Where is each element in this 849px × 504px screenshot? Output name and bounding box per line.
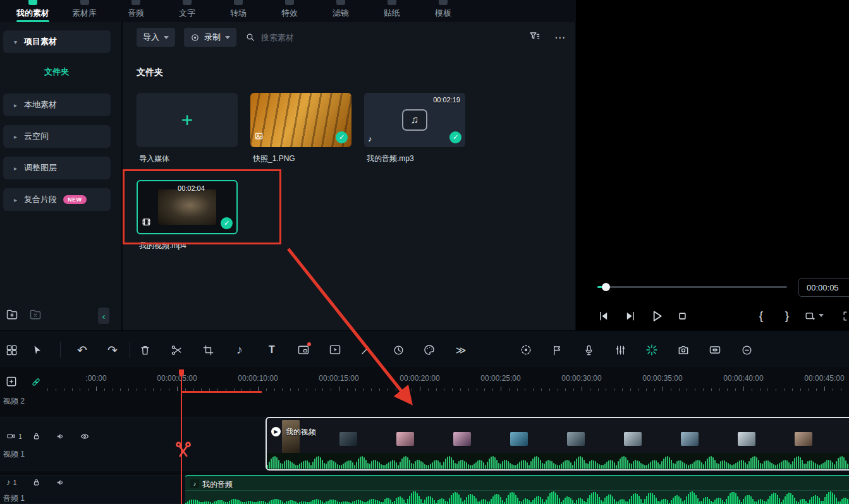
seek-knob[interactable]: [602, 283, 610, 291]
collapse-sidebar-button[interactable]: ‹: [98, 308, 109, 324]
tab-text[interactable]: 文字: [179, 0, 195, 22]
audio-clip[interactable]: ♪ 我的音频: [185, 475, 849, 504]
sidebar-item-project-media[interactable]: ▾ 项目素材: [3, 30, 111, 53]
track-label-video2: 视频 2: [3, 396, 25, 407]
check-badge: ✓: [221, 217, 233, 229]
video-clip-waveform: [267, 453, 849, 469]
tab-stock-media[interactable]: 素材库: [72, 0, 97, 22]
lock-track-button[interactable]: [32, 477, 41, 489]
tab-audio-icon: [131, 0, 140, 5]
tab-templates[interactable]: 模板: [435, 0, 451, 22]
media-panel: 导入 录制 ⋯ 文件夹 + 导入媒体: [123, 22, 575, 330]
undo-button[interactable]: ↶: [73, 341, 91, 359]
tab-stickers-icon: [388, 0, 396, 5]
snapshot-button[interactable]: [675, 341, 692, 359]
import-button[interactable]: 导入: [137, 28, 175, 47]
search-input[interactable]: [261, 33, 356, 42]
more-options-button[interactable]: ⋯: [554, 31, 565, 44]
manage-tracks-button[interactable]: [5, 375, 18, 390]
mark-in-button[interactable]: {: [753, 308, 769, 324]
media-item-import[interactable]: + 导入媒体: [137, 93, 238, 164]
timeline-toolbar: ↶ ↷ ♪ T ≫: [0, 330, 849, 368]
mark-out-button[interactable]: }: [779, 308, 795, 324]
caret-right-icon: ▸: [14, 133, 24, 140]
tab-my-media[interactable]: 我的素材: [16, 0, 49, 22]
fit-timeline-button[interactable]: [706, 341, 724, 359]
tab-audio[interactable]: 音频: [128, 0, 144, 22]
seek-bar[interactable]: [597, 286, 787, 288]
timeline-ruler[interactable]: :00:0000:00:05:0000:00:10:0000:00:15:000…: [0, 368, 849, 392]
record-button[interactable]: 录制: [184, 28, 236, 47]
crop-button[interactable]: [199, 341, 217, 359]
sidebar-item-folder-selected[interactable]: 文件夹: [0, 66, 121, 78]
search-box[interactable]: [245, 32, 356, 42]
zoom-out-button[interactable]: [738, 341, 755, 359]
eye-icon: [80, 431, 90, 441]
color-palette-button[interactable]: [420, 341, 438, 359]
duration-badge: 00:02:04: [178, 184, 205, 192]
tab-transition[interactable]: 转场: [230, 0, 247, 22]
filter-button[interactable]: [528, 30, 541, 45]
chain-link-icon: [30, 376, 42, 388]
more-tools-button[interactable]: ≫: [452, 341, 470, 359]
ellipsis-icon: ⋯: [554, 32, 565, 44]
lock-track-button[interactable]: [32, 431, 41, 443]
music-note-icon: ♪: [190, 479, 199, 488]
music-note-icon: ♫: [402, 109, 427, 131]
motion-tracking-button[interactable]: [326, 341, 344, 359]
media-item-audio-mp3[interactable]: 00:02:19 ♫ ♪ ✓ 我的音频.mp3: [364, 93, 465, 164]
burst-icon: [645, 344, 658, 356]
video-clip-name: 我的视频: [286, 427, 316, 438]
mute-track-button[interactable]: [56, 477, 66, 490]
mute-track-button[interactable]: [56, 431, 66, 444]
sidebar-item-compound-clip[interactable]: ▸ 复合片段 NEW: [3, 188, 111, 211]
sidebar-item-local-media[interactable]: ▸ 本地素材: [3, 93, 111, 116]
top-nav: 我的素材 素材库 音频 文字 转场 特效 滤镜 贴纸 模板: [0, 0, 576, 22]
select-tool-button[interactable]: [28, 341, 46, 359]
fullscreen-button[interactable]: [840, 308, 849, 324]
delete-button[interactable]: [136, 341, 154, 359]
timeline[interactable]: :00:0000:00:05:0000:00:10:0000:00:15:000…: [0, 368, 849, 504]
stop-button[interactable]: [674, 308, 690, 324]
play-button[interactable]: [648, 308, 664, 324]
tab-filters-icon: [336, 0, 345, 5]
tab-effects[interactable]: 特效: [281, 0, 298, 22]
previous-frame-button[interactable]: [595, 308, 611, 324]
link-clips-toggle[interactable]: [30, 376, 42, 390]
tab-stickers[interactable]: 贴纸: [384, 0, 400, 22]
text-tool-button[interactable]: T: [263, 341, 281, 359]
audio-mixer-button[interactable]: [611, 341, 629, 359]
new-folder-button[interactable]: [6, 308, 18, 323]
mark-out-icon: }: [785, 309, 789, 323]
detach-audio-button[interactable]: ♪: [231, 341, 248, 359]
notification-dot: [307, 342, 311, 346]
next-frame-button[interactable]: [622, 308, 638, 324]
delete-folder-button[interactable]: [29, 308, 42, 323]
sidebar-item-adjustment-layer[interactable]: ▸ 调整图层: [3, 157, 111, 179]
voiceover-button[interactable]: [580, 341, 597, 359]
pip-button[interactable]: [295, 341, 312, 359]
speed-button[interactable]: [389, 341, 407, 359]
split-button[interactable]: [168, 341, 185, 359]
camera-icon: [677, 344, 690, 356]
media-grid-button[interactable]: [3, 341, 20, 359]
redo-icon: ↷: [107, 343, 118, 357]
chevron-down-icon: [225, 36, 230, 39]
tab-filters[interactable]: 滤镜: [333, 0, 349, 22]
mixer-icon: [614, 344, 626, 356]
chevron-down-icon[interactable]: [819, 314, 824, 317]
sidebar-item-cloud-space[interactable]: ▸ 云空间: [3, 125, 111, 148]
hide-track-button[interactable]: [80, 431, 90, 444]
smart-cut-button[interactable]: [643, 341, 661, 359]
check-badge: ✓: [336, 131, 348, 143]
marker-button[interactable]: [548, 341, 566, 359]
redo-button[interactable]: ↷: [104, 341, 121, 359]
tab-stock-icon: [80, 0, 89, 5]
preview-quality-button[interactable]: [802, 308, 818, 324]
render-preview-button[interactable]: [517, 341, 535, 359]
text-icon: T: [269, 344, 275, 356]
chroma-key-button[interactable]: [357, 341, 374, 359]
media-item-video-mp4[interactable]: 00:02:04 ✓ 我的视频.mp4: [137, 180, 238, 251]
media-item-snapshot-png[interactable]: ✓ 快照_1.PNG: [250, 93, 351, 164]
video-clip[interactable]: ▶ 我的视频: [266, 417, 849, 471]
